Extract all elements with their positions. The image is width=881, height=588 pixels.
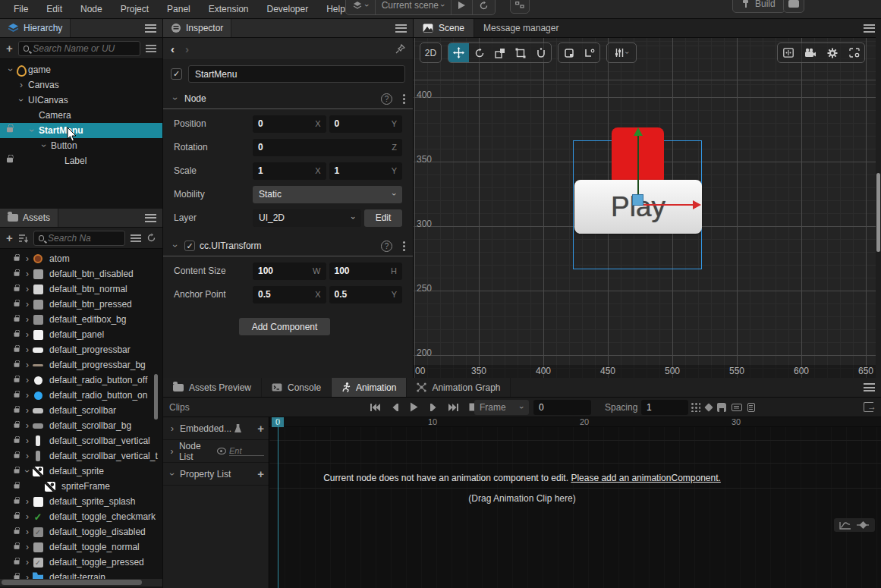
preview-window-button[interactable] [510,0,530,14]
mobility-select[interactable]: Static› [253,186,402,203]
asset-row[interactable]: default_radio_button_off [0,373,162,388]
scrollbar-thumb[interactable] [876,173,880,252]
rotation-z-input[interactable]: 0Z [253,139,402,156]
asset-row[interactable]: default_scrollbar_bg [0,418,162,433]
chevron-icon[interactable] [23,405,32,416]
frame-unit-select[interactable]: Frame › [474,400,529,415]
timeline-ruler[interactable]: 102030 0 [269,417,881,427]
chevron-icon[interactable] [23,299,32,310]
help-icon[interactable]: ? [381,241,392,252]
toggle-2d-button[interactable]: 2D [420,43,441,62]
tab-assets-preview[interactable]: Assets Preview [163,378,262,397]
menu-item[interactable]: Developer [257,0,317,18]
chevron-icon[interactable] [23,360,32,370]
scrollbar-thumb[interactable] [2,580,142,585]
assets-search-input[interactable] [48,233,120,244]
node-filter-input[interactable] [229,446,264,456]
lock-icon[interactable] [14,272,20,276]
asset-row[interactable]: default_progressbar_bg [0,357,162,373]
save-clip-icon[interactable] [717,403,726,412]
current-scene-dropdown[interactable]: Current scene › [376,0,452,14]
assets-vertical-scrollbar[interactable] [154,374,158,420]
menu-item[interactable]: File [5,0,37,18]
lock-icon[interactable] [14,423,20,428]
layer-select[interactable]: UI_2D› [253,209,361,227]
hierarchy-node-row[interactable]: Button [0,138,162,153]
chevron-icon[interactable] [23,542,32,552]
asset-row[interactable]: default_sprite [0,464,162,479]
lock-icon[interactable] [14,302,20,307]
scene-gizmo-settings-button[interactable] [822,43,842,62]
node-active-checkbox[interactable]: ✓ [171,68,182,80]
forward-icon[interactable]: › [185,42,189,55]
skip-to-end-button[interactable] [447,401,460,413]
scene-menu-icon[interactable] [864,24,875,33]
assets-menu-icon[interactable] [145,214,156,222]
lock-icon[interactable] [7,127,13,132]
kebab-menu-icon[interactable] [403,245,405,247]
coordinate-space-toggle-button[interactable] [579,43,599,62]
chevron-icon[interactable] [23,511,32,522]
hierarchy-list-view-icon[interactable] [146,45,156,52]
asset-row[interactable]: default_scrollbar_vertical_t [0,448,162,464]
asset-row[interactable]: default_btn_pressed [0,297,162,312]
add-component-button[interactable]: Add Component [239,318,330,335]
embedded-players-row[interactable]: Embedded... + [163,417,269,440]
chevron-icon[interactable] [23,253,32,264]
chevron-icon[interactable] [23,269,32,279]
timeline-playhead[interactable] [278,417,278,588]
asset-row[interactable]: default_sprite_splash [0,494,162,509]
asset-row[interactable]: default_btn_normal [0,281,162,297]
scale-y-input[interactable]: 1Y [329,162,403,180]
tab-console[interactable]: Console [262,378,332,397]
timeline-content[interactable] [269,427,881,588]
scene-type-dropdown[interactable]: › [346,0,376,14]
kebab-menu-icon[interactable] [403,98,405,100]
node-list-row[interactable]: Node List [163,440,269,463]
lock-icon[interactable] [14,363,20,367]
chevron-icon[interactable] [23,435,32,446]
lock-icon[interactable] [14,514,20,519]
hierarchy-node-row[interactable]: Canvas [0,77,162,93]
anchor-x-input[interactable]: 0.5X [253,286,326,303]
open-project-folder-button[interactable] [783,0,804,13]
move-tool-button[interactable] [448,43,469,62]
chevron-icon[interactable] [27,125,36,136]
create-asset-button[interactable]: + [6,232,13,244]
play-animation-button[interactable] [407,401,420,413]
assets-list-view-icon[interactable] [131,234,141,242]
layer-edit-button[interactable]: Edit [364,209,402,227]
node-name-input[interactable] [188,65,405,83]
hierarchy-menu-icon[interactable] [145,24,156,33]
hierarchy-node-row[interactable]: game [0,62,162,77]
add-keyframe-icon[interactable] [704,403,713,411]
asset-row[interactable]: atom [0,251,162,266]
menu-item[interactable]: Extension [200,0,258,18]
tab-animation[interactable]: Animation [332,378,407,397]
spacing-input[interactable] [641,400,688,415]
node-section-header[interactable]: Node ? [163,89,413,109]
lock-icon[interactable] [14,439,20,443]
asset-row[interactable]: default_progressbar [0,342,162,357]
gizmo-y-arrowhead-icon[interactable] [634,127,643,136]
rect-tool-button[interactable] [510,43,530,62]
chevron-icon[interactable] [6,64,15,75]
menu-item[interactable]: Node [71,0,112,18]
curve-view-icon[interactable] [839,520,851,530]
create-node-button[interactable]: + [6,42,13,54]
position-y-input[interactable]: 0Y [329,115,403,133]
inspector-tab[interactable]: Inspector [163,19,231,37]
chevron-icon[interactable] [23,329,32,340]
exit-animation-mode-icon[interactable] [864,402,873,412]
asset-row[interactable]: default_toggle_normal [0,539,162,555]
lock-icon[interactable] [14,332,20,337]
chevron-icon[interactable] [23,284,32,294]
hierarchy-node-row[interactable]: UICanvas [0,93,162,108]
uitransform-enabled-checkbox[interactable]: ✓ [184,241,195,251]
chevron-icon[interactable] [23,451,32,461]
lock-icon[interactable] [14,484,20,489]
chevron-icon[interactable] [23,390,32,401]
asset-row[interactable]: default_btn_disabled [0,266,162,281]
chevron-icon[interactable] [39,140,49,151]
pin-icon[interactable] [395,44,405,54]
